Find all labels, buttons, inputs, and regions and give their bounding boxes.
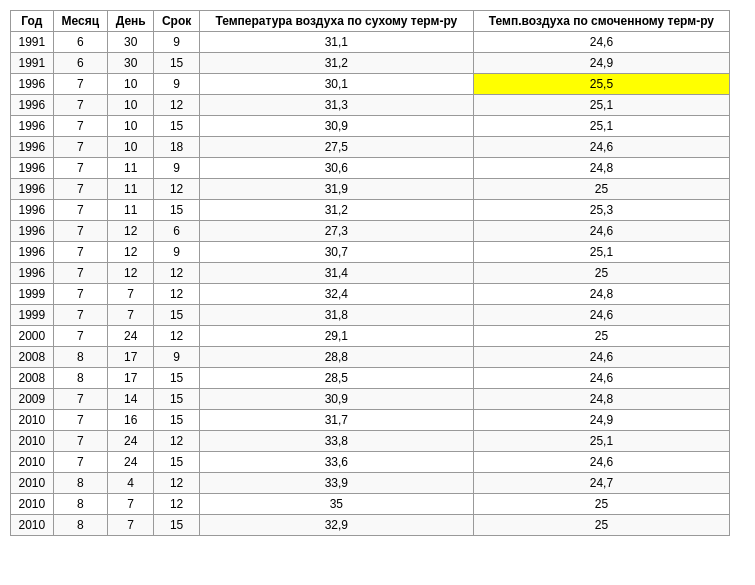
table-cell: 10: [108, 116, 154, 137]
table-cell: 24,6: [473, 347, 729, 368]
table-cell: 28,5: [199, 368, 473, 389]
table-cell: 24,6: [473, 137, 729, 158]
table-cell: 25,3: [473, 200, 729, 221]
table-cell: 25,5: [473, 74, 729, 95]
table-cell: 12: [154, 179, 200, 200]
table-cell: 32,9: [199, 515, 473, 536]
table-cell: 6: [53, 53, 107, 74]
table-cell: 33,9: [199, 473, 473, 494]
header-dry-temp: Температура воздуха по сухому терм-ру: [199, 11, 473, 32]
table-cell: 24,6: [473, 32, 729, 53]
table-cell: 12: [108, 242, 154, 263]
table-cell: 1996: [11, 158, 54, 179]
table-cell: 11: [108, 158, 154, 179]
table-cell: 24,6: [473, 305, 729, 326]
table-cell: 8: [53, 347, 107, 368]
table-cell: 24,9: [473, 53, 729, 74]
table-cell: 2010: [11, 494, 54, 515]
table-cell: 30,9: [199, 389, 473, 410]
table-cell: 24,8: [473, 284, 729, 305]
table-cell: 1991: [11, 53, 54, 74]
table-cell: 9: [154, 242, 200, 263]
table-cell: 9: [154, 74, 200, 95]
table-cell: 31,9: [199, 179, 473, 200]
table-cell: 7: [108, 494, 154, 515]
table-cell: 33,8: [199, 431, 473, 452]
table-cell: 12: [154, 494, 200, 515]
table-cell: 25,1: [473, 116, 729, 137]
table-cell: 9: [154, 158, 200, 179]
table-cell: 7: [53, 74, 107, 95]
table-cell: 7: [53, 221, 107, 242]
table-cell: 7: [53, 263, 107, 284]
table-cell: 31,3: [199, 95, 473, 116]
table-cell: 27,3: [199, 221, 473, 242]
table-cell: 7: [53, 116, 107, 137]
table-cell: 25,1: [473, 95, 729, 116]
table-cell: 31,1: [199, 32, 473, 53]
table-cell: 24,8: [473, 389, 729, 410]
table-cell: 1996: [11, 116, 54, 137]
table-cell: 12: [108, 221, 154, 242]
table-cell: 7: [53, 242, 107, 263]
table-cell: 11: [108, 179, 154, 200]
table-cell: 31,8: [199, 305, 473, 326]
table-cell: 12: [154, 431, 200, 452]
table-cell: 2010: [11, 410, 54, 431]
table-cell: 1999: [11, 284, 54, 305]
table-cell: 9: [154, 347, 200, 368]
table-cell: 1999: [11, 305, 54, 326]
table-cell: 1996: [11, 74, 54, 95]
table-cell: 10: [108, 95, 154, 116]
table-cell: 7: [53, 95, 107, 116]
table-cell: 15: [154, 305, 200, 326]
table-cell: 32,4: [199, 284, 473, 305]
table-cell: 7: [108, 515, 154, 536]
table-cell: 24,6: [473, 368, 729, 389]
table-cell: 15: [154, 515, 200, 536]
table-cell: 31,2: [199, 53, 473, 74]
table-cell: 7: [53, 326, 107, 347]
table-cell: 24,6: [473, 221, 729, 242]
table-cell: 16: [108, 410, 154, 431]
table-cell: 24,9: [473, 410, 729, 431]
table-cell: 25: [473, 263, 729, 284]
table-cell: 35: [199, 494, 473, 515]
table-cell: 7: [53, 137, 107, 158]
table-cell: 12: [154, 284, 200, 305]
header-term: Срок: [154, 11, 200, 32]
table-cell: 2010: [11, 515, 54, 536]
table-cell: 6: [53, 32, 107, 53]
table-cell: 1996: [11, 179, 54, 200]
table-cell: 1996: [11, 95, 54, 116]
climate-table: Год Месяц День Срок Температура воздуха …: [10, 10, 730, 536]
table-cell: 28,8: [199, 347, 473, 368]
table-cell: 15: [154, 368, 200, 389]
table-cell: 15: [154, 452, 200, 473]
table-cell: 31,7: [199, 410, 473, 431]
header-year: Год: [11, 11, 54, 32]
table-cell: 15: [154, 200, 200, 221]
table-cell: 25,1: [473, 242, 729, 263]
table-cell: 25: [473, 515, 729, 536]
header-day: День: [108, 11, 154, 32]
table-cell: 27,5: [199, 137, 473, 158]
table-cell: 30,1: [199, 74, 473, 95]
table-cell: 6: [154, 221, 200, 242]
table-cell: 8: [53, 515, 107, 536]
table-cell: 12: [154, 263, 200, 284]
table-cell: 30: [108, 53, 154, 74]
table-cell: 7: [53, 200, 107, 221]
table-cell: 7: [53, 410, 107, 431]
table-cell: 7: [53, 431, 107, 452]
table-cell: 24: [108, 326, 154, 347]
table-cell: 25: [473, 326, 729, 347]
table-cell: 1996: [11, 200, 54, 221]
table-cell: 15: [154, 116, 200, 137]
table-cell: 10: [108, 74, 154, 95]
table-cell: 2008: [11, 347, 54, 368]
table-cell: 7: [53, 389, 107, 410]
header-month: Месяц: [53, 11, 107, 32]
table-cell: 14: [108, 389, 154, 410]
table-cell: 25,1: [473, 431, 729, 452]
